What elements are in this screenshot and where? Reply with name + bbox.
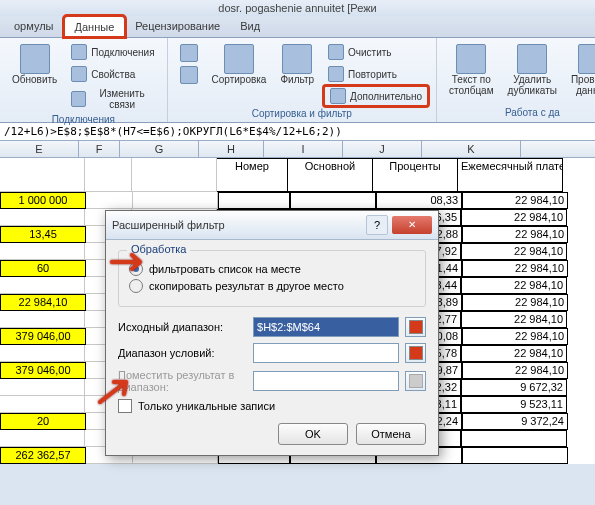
- sort-icon: [224, 44, 254, 74]
- clear-label: Очистить: [348, 47, 392, 58]
- ribbon: Обновить Подключения Свойства Изменить с…: [0, 38, 595, 123]
- remove-duplicates-label: Удалить дубликаты: [508, 74, 557, 96]
- dialog-help-button[interactable]: ?: [366, 215, 388, 235]
- window-title: dosr. pogashenie annuitet [Режи: [0, 0, 595, 16]
- refresh-button[interactable]: Обновить: [8, 42, 61, 87]
- check-icon: [578, 44, 595, 74]
- formula-text[interactable]: /12+L6)>E$8;$E$8*(H7<=E$6);ОКРУГЛ(L6*E$4…: [4, 125, 342, 138]
- group-data-tools: Работа с да: [445, 107, 595, 118]
- dialog-title: Расширенный фильтр: [112, 219, 366, 231]
- label-criteria-range: Диапазон условий:: [118, 347, 247, 359]
- dialog-close-button[interactable]: ✕: [392, 216, 432, 234]
- input-criteria-range[interactable]: [253, 343, 399, 363]
- tab-review[interactable]: Рецензирование: [125, 16, 230, 37]
- funnel-icon: [282, 44, 312, 74]
- sort-desc-button[interactable]: [176, 64, 202, 86]
- hdr-percent: Проценты: [373, 158, 458, 192]
- clear-button[interactable]: Очистить: [324, 42, 428, 62]
- col-I[interactable]: I: [264, 141, 343, 157]
- clear-icon: [328, 44, 344, 60]
- filter-button[interactable]: Фильтр: [276, 42, 318, 87]
- col-K[interactable]: K: [422, 141, 521, 157]
- sort-asc-icon: [180, 44, 198, 62]
- sort-button[interactable]: Сортировка: [208, 42, 271, 87]
- advanced-label: Дополнительно: [350, 91, 422, 102]
- sort-asc-button[interactable]: [176, 42, 202, 64]
- reapply-button[interactable]: Повторить: [324, 64, 428, 84]
- radio-filter-in-place[interactable]: [129, 262, 143, 276]
- group-sort-filter: Сортировка и фильтр: [176, 108, 428, 119]
- text-to-columns-button[interactable]: Текст по столбцам: [445, 42, 498, 98]
- radio-copy-to[interactable]: [129, 279, 143, 293]
- range-icon: [409, 374, 423, 388]
- label-source-range: Исходный диапазон:: [118, 321, 247, 333]
- checkbox-unique[interactable]: [118, 399, 132, 413]
- refresh-icon: [20, 44, 50, 74]
- chain-icon: [71, 91, 85, 107]
- column-headers: E F G H I J K: [0, 141, 595, 158]
- advanced-filter-dialog: Расширенный фильтр ? ✕ Обработка фильтро…: [105, 210, 439, 456]
- sort-desc-icon: [180, 66, 198, 84]
- col-E[interactable]: E: [0, 141, 79, 157]
- sort-label: Сортировка: [212, 74, 267, 85]
- reapply-label: Повторить: [348, 69, 397, 80]
- radio-filter-in-place-label: фильтровать список на месте: [149, 263, 301, 275]
- input-copy-to: [253, 371, 399, 391]
- repeat-icon: [328, 66, 344, 82]
- link-icon: [71, 44, 87, 60]
- range-picker-criteria[interactable]: [405, 343, 426, 363]
- input-source-range[interactable]: [253, 317, 399, 337]
- checkbox-unique-label: Только уникальные записи: [138, 400, 275, 412]
- advanced-filter-button[interactable]: Дополнительно: [324, 86, 428, 106]
- tab-data[interactable]: Данные: [64, 16, 126, 37]
- edit-links-label: Изменить связи: [90, 88, 155, 110]
- range-picker-copy-to: [405, 371, 426, 391]
- tab-formulas[interactable]: ормулы: [4, 16, 64, 37]
- tab-view[interactable]: Вид: [230, 16, 270, 37]
- refresh-label: Обновить: [12, 74, 57, 85]
- connections-button[interactable]: Подключения: [67, 42, 158, 62]
- col-J[interactable]: J: [343, 141, 422, 157]
- props-icon: [71, 66, 87, 82]
- radio-copy-to-label: скопировать результат в другое место: [149, 280, 344, 292]
- text-to-columns-label: Текст по столбцам: [449, 74, 494, 96]
- filter-label: Фильтр: [280, 74, 314, 85]
- table-row[interactable]: 1 000 00008,3322 984,10: [0, 192, 595, 209]
- col-F[interactable]: F: [79, 141, 120, 157]
- range-icon: [409, 320, 423, 334]
- edit-links-button[interactable]: Изменить связи: [67, 86, 158, 112]
- hdr-payment: Ежемесячный платеж: [458, 158, 563, 192]
- advanced-icon: [330, 88, 346, 104]
- dup-icon: [517, 44, 547, 74]
- properties-button[interactable]: Свойства: [67, 64, 158, 84]
- formula-bar: /12+L6)>E$8;$E$8*(H7<=E$6);ОКРУГЛ(L6*E$4…: [0, 123, 595, 141]
- col-G[interactable]: G: [120, 141, 199, 157]
- ok-button[interactable]: OK: [278, 423, 348, 445]
- remove-duplicates-button[interactable]: Удалить дубликаты: [504, 42, 561, 98]
- properties-label: Свойства: [91, 69, 135, 80]
- group-connections: Подключения: [8, 114, 159, 125]
- cancel-button[interactable]: Отмена: [356, 423, 426, 445]
- hdr-principal: Основной: [288, 158, 373, 192]
- columns-icon: [456, 44, 486, 74]
- connections-label: Подключения: [91, 47, 154, 58]
- data-validation-label: Проверка данных: [571, 74, 595, 96]
- range-icon: [409, 346, 423, 360]
- data-validation-button[interactable]: Проверка данных: [567, 42, 595, 98]
- hdr-number: Номер: [217, 158, 288, 192]
- ribbon-tabs: ормулы Данные Рецензирование Вид: [0, 16, 595, 38]
- group-processing: Обработка: [127, 243, 190, 255]
- col-H[interactable]: H: [199, 141, 264, 157]
- label-copy-to: Поместить результат в диапазон:: [118, 369, 247, 393]
- range-picker-source[interactable]: [405, 317, 426, 337]
